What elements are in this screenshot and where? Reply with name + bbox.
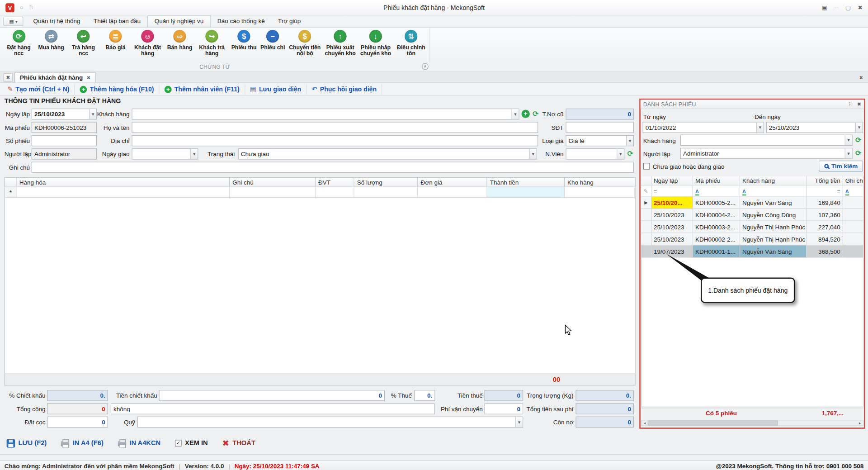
pin-panel-icon[interactable] [848,101,853,107]
equals-filter-icon[interactable] [654,187,657,194]
quy-combo[interactable] [137,417,523,427]
chevron-down-icon[interactable] [515,417,523,427]
collapse-group-icon[interactable] [422,63,429,70]
order-list-row[interactable]: 25/10/2023 KDH00003-2... Nguyễn Thị Hạnh… [641,221,863,233]
text-filter-icon[interactable] [845,187,849,194]
scrollbar-track[interactable] [778,420,857,425]
chevron-down-icon[interactable] [855,123,863,133]
chevron-down-icon[interactable] [529,149,537,159]
col-don-gia[interactable]: Đơn giá [418,177,487,187]
filter-date[interactable] [651,185,693,196]
cell-ngay-lap[interactable]: 25/10/2023 [651,209,693,221]
items-grid[interactable] [5,177,636,373]
new-row-cell[interactable] [316,187,354,198]
chevron-down-icon[interactable] [190,149,198,159]
add-customer-icon[interactable] [521,109,529,118]
phi-van-chuyen-field[interactable]: 0 [484,403,523,414]
order-list-row[interactable]: 25/10/2023 KDH00002-2... Nguyễn Thị Hạnh… [641,233,863,246]
header-tong-tien[interactable]: Tổng tiền [807,176,843,185]
order-list-row[interactable]: ▶ 25/10/20... KDH00005-2... Nguyễn Văn S… [641,197,863,209]
text-filter-icon[interactable] [742,187,746,194]
col-thanh-tien[interactable]: Thành tiền [487,177,565,187]
cell-ngay-lap[interactable]: 25/10/2023 [651,233,693,246]
trang-thai-combo[interactable]: Chưa giao [238,148,537,159]
ribbon-button[interactable]: ⇨ Bán hàng [165,29,194,52]
ribbon-button[interactable]: ↪ Khách trả hàng [194,29,229,58]
n-vien-combo[interactable] [566,148,624,159]
header-ghi-chu[interactable]: Ghi chú [843,176,863,185]
equals-filter-icon[interactable] [837,187,840,194]
application-menu-button[interactable] [3,17,23,26]
ribbon-button[interactable]: $ Phiếu thu [230,29,259,52]
minimize-icon[interactable]: ─ [834,5,838,10]
save-button[interactable]: LƯU (F2) [7,439,47,447]
filter-total[interactable] [807,185,843,196]
panel-nguoi-lap-combo[interactable]: Administrator [680,148,853,159]
document-tab-active[interactable]: Phiếu khách đặt hàng [14,72,96,82]
close-all-tabs-button[interactable] [3,73,13,82]
panel-khach-hang-combo[interactable] [680,135,853,146]
refresh-icon[interactable] [854,149,862,157]
tu-ngay-input[interactable]: 01/10/2022 [643,122,764,133]
ribbon-button[interactable]: ⟳ Đặt hàng ncc [1,29,36,58]
menu-tab[interactable]: Báo cáo thống kê [211,15,271,27]
cell-ghi-chu[interactable] [843,221,863,233]
cell-tong-tien[interactable]: 368,500 [807,245,843,257]
scroll-left-icon[interactable]: ◂ [642,420,647,425]
cell-ghi-chu[interactable] [843,209,863,221]
checkbox-checked-icon[interactable] [175,440,182,446]
chiet-khau-pct-field[interactable]: 0. [47,390,108,401]
ribbon-button[interactable]: ↓ Phiếu nhập chuyển kho [358,29,393,58]
so-phieu-input[interactable] [32,135,97,146]
menu-tab[interactable]: Thiết lập ban đầu [87,15,147,27]
refresh-employee-icon[interactable] [626,150,634,158]
ribbon-button[interactable]: ⇅ Điều chỉnh tồn [393,29,429,58]
new-row-cell[interactable] [17,187,230,198]
col-hang-hoa[interactable]: Hàng hóa [17,177,230,187]
cell-ngay-lap[interactable]: 25/10/20... [651,197,693,209]
cell-ma-phieu[interactable]: KDH00003-2... [693,221,740,233]
print-a4kcn-button[interactable]: IN A4KCN [118,439,161,447]
header-ngay-lap[interactable]: Ngày lập [651,176,693,185]
new-row-cell[interactable] [354,187,418,198]
close-icon[interactable]: ✖ [858,5,862,10]
close-tab-icon[interactable] [87,75,90,80]
cell-ma-phieu[interactable]: KDH00004-2... [693,209,740,221]
col-dvt[interactable]: ĐVT [316,177,354,187]
new-row-cell[interactable] [230,187,316,198]
toolbar-button[interactable]: ▤ Lưu giao diện [245,84,307,95]
cell-khach-hang[interactable]: Nguyễn Thị Hạnh Phúc [740,221,807,233]
theme-circle-icon[interactable] [20,5,23,10]
new-row-cell[interactable] [418,187,487,198]
cell-khach-hang[interactable]: Nguyễn Thị Hạnh Phúc [740,233,807,246]
cell-ngay-lap[interactable]: 25/10/2023 [651,221,693,233]
filter-customer[interactable] [740,185,807,196]
scroll-right-icon[interactable]: ▸ [857,420,863,425]
chevron-down-icon[interactable] [617,149,624,159]
cell-tong-tien[interactable]: 894,520 [807,233,843,246]
toolbar-button[interactable]: + Thêm hàng hóa (F10) [75,84,160,95]
menu-tab[interactable]: Quản lý nghiệp vụ [147,15,211,27]
ribbon-button[interactable]: ↑ Phiếu xuất chuyển kho [322,29,358,58]
ribbon-button[interactable]: ☺ Khách đặt hàng [130,29,165,58]
filter-note[interactable] [843,185,863,196]
chua-giao-checkbox[interactable] [643,163,650,170]
cell-khach-hang[interactable]: Nguyễn Văn Sáng [740,245,807,257]
cell-khach-hang[interactable]: Nguyễn Công Dũng [740,209,807,221]
tien-chiet-khau-field[interactable]: 0 [159,390,385,401]
dia-chi-input[interactable] [132,135,538,146]
dat-coc-field[interactable]: 0 [47,417,108,427]
new-row-cell[interactable] [565,187,635,198]
khach-hang-combo[interactable] [132,109,519,119]
filter-code[interactable] [693,185,740,196]
cell-tong-tien[interactable]: 107,360 [807,209,843,221]
thue-pct-field[interactable]: 0. [414,390,435,401]
den-ngay-input[interactable]: 25/10/2023 [766,122,863,133]
chevron-down-icon[interactable] [845,135,852,145]
cell-khach-hang[interactable]: Nguyễn Văn Sáng [740,197,807,209]
cell-ghi-chu[interactable] [843,245,863,257]
print-a4-button[interactable]: IN A4 (F6) [61,439,104,447]
horizontal-scrollbar[interactable]: ◂ ▸ [641,420,863,426]
close-panel-icon[interactable] [857,101,861,107]
close-document-icon[interactable] [859,76,867,81]
